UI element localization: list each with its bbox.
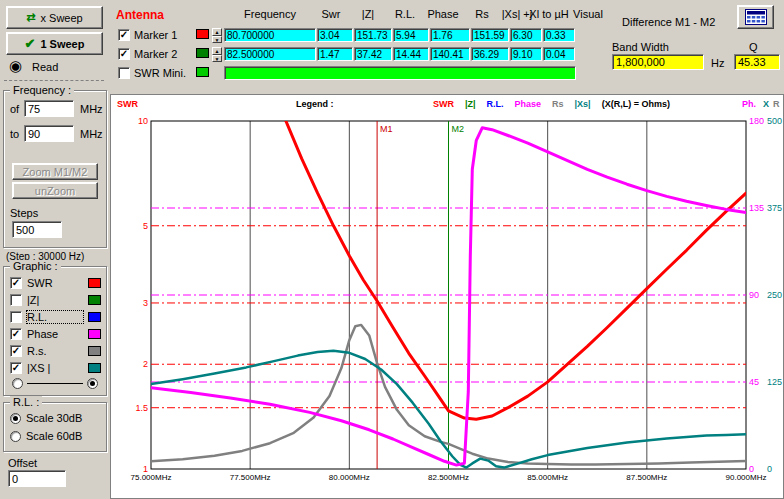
steps-input[interactable] [12, 221, 62, 238]
graphic-checkbox-1[interactable] [10, 294, 22, 306]
ohms-tick-375: 375 [767, 203, 782, 213]
swr-tick-2: 2 [143, 359, 148, 369]
graphic-checkbox-4[interactable]: ✓ [10, 345, 22, 357]
graphic-label-3: Phase [27, 328, 83, 340]
marker1-value-1: 3.04 [317, 28, 353, 42]
graphic-row-5: ✓|XS | [4, 359, 106, 376]
freq-tick-1: 77.500MHz [230, 473, 271, 482]
marker-label-M1: M1 [380, 124, 393, 134]
column-header-8: Visual [573, 8, 603, 20]
line-style-radio-left[interactable] [12, 378, 23, 389]
marker2-value-6: 9.10 [510, 47, 542, 61]
phase-axis-title: Ph. [742, 99, 756, 109]
line-style-divider [27, 383, 83, 384]
phase-tick-45: 45 [749, 377, 759, 387]
resistance-axis-title: R [773, 99, 780, 109]
zoom-m1m2-button[interactable]: Zoom M1/M2 [12, 163, 98, 180]
marker2-value-0: 82.500000 [224, 47, 316, 61]
rl-option-0: Scale 30dB [10, 409, 104, 427]
freq-to-label: to [10, 128, 19, 140]
read-indicator-icon[interactable]: ◉ [9, 58, 22, 73]
rl-scale-group: R.L. : Scale 30dBScale 60dB [3, 402, 107, 452]
graphic-group-title: Graphic : [10, 260, 61, 272]
offset-label: Offset [8, 457, 37, 469]
graphic-checkbox-0[interactable]: ✓ [10, 277, 22, 289]
marker1-values: 80.7000003.04151.735.941.76151.596.300.3… [224, 28, 576, 42]
rl-option-1: Scale 60dB [10, 427, 104, 445]
freq-tick-2: 80.000MHz [329, 473, 370, 482]
swr-mini-checkbox[interactable] [118, 67, 130, 79]
swr-tick-5: 5 [143, 221, 148, 231]
phase-tick-90: 90 [749, 290, 759, 300]
chart-panel: M1M2105321.5118013590450500375250125075.… [110, 94, 784, 499]
x-sweep-button[interactable]: ⇄ x Sweep [6, 6, 103, 29]
rl-scale-radio-1[interactable] [10, 431, 21, 442]
freq-tick-5: 87.500MHz [626, 473, 667, 482]
calculator-button[interactable] [737, 5, 774, 29]
freq-of-label: of [10, 103, 19, 115]
marker2-row: ✓Marker 2▲▼82.5000001.4737.4214.44140.41… [116, 46, 594, 63]
reactance-axis-title: X [763, 99, 769, 109]
marker1-color-swatch [196, 29, 209, 39]
line-style-row [12, 378, 98, 389]
marker1-checkbox[interactable]: ✓ [118, 29, 130, 41]
legend-note: (X(R,L) = Ohms) [602, 99, 670, 109]
column-header-1: Swr [322, 8, 341, 20]
column-header-4: Phase [427, 8, 458, 20]
rl-scale-label-1: Scale 60dB [26, 430, 82, 442]
antenna-title: Antenna [116, 8, 164, 22]
swr-mini-label: SWR Mini. [134, 67, 186, 79]
calculator-icon [745, 9, 767, 25]
steps-label: Steps [10, 207, 38, 219]
legend-item-2: R.L. [487, 99, 504, 109]
marker2-checkbox[interactable]: ✓ [118, 48, 130, 60]
legend-item-1: |Z| [465, 99, 476, 109]
graphic-checkbox-5[interactable]: ✓ [10, 362, 22, 374]
line-style-radio-right[interactable] [87, 378, 98, 389]
sweep-cycle-icon: ⇄ [26, 11, 35, 24]
marker1-value-3: 5.94 [393, 28, 429, 42]
graphic-row-2: R.L. [4, 308, 106, 325]
legend-item-5: |Xs| [575, 99, 591, 109]
graphic-row-3: ✓Phase [4, 325, 106, 342]
column-header-5: Rs [475, 8, 488, 20]
freq-start-input[interactable] [24, 100, 74, 117]
unzoom-button[interactable]: unZoom [12, 182, 98, 199]
legend-items: SWR|Z|R.L.PhaseRs|Xs|(X(R,L) = Ohms) [433, 99, 670, 109]
rl-scale-radio-0[interactable] [10, 413, 21, 424]
swr-tick-3: 3 [143, 298, 148, 308]
curve-color-swatch [88, 312, 101, 322]
graphic-checkbox-3[interactable]: ✓ [10, 328, 22, 340]
freq-end-input[interactable] [24, 125, 74, 142]
ohms-tick-125: 125 [767, 377, 782, 387]
curve-color-swatch [88, 363, 101, 373]
marker2-value-3: 14.44 [393, 47, 429, 61]
column-header-2: |Z| [362, 8, 374, 20]
marker2-value-2: 37.42 [354, 47, 392, 61]
marker-label-M2: M2 [452, 124, 465, 134]
bandwidth-value: 1,800,000 [612, 54, 704, 70]
curve-color-swatch [88, 346, 101, 356]
graphic-row-4: ✓R.s. [4, 342, 106, 359]
marker1-value-4: 1.76 [430, 28, 470, 42]
graphic-label-2: R.L. [27, 311, 83, 323]
phase-tick-180: 180 [749, 116, 764, 126]
freq-tick-6: 90.000MHz [726, 473, 767, 482]
marker2-color-swatch [196, 48, 209, 58]
sidebar-separator [4, 80, 104, 81]
difference-label: Difference M1 - M2 [622, 16, 715, 28]
freq-to-unit: MHz [80, 128, 103, 140]
swr-axis-title: SWR [117, 99, 138, 109]
marker1-value-5: 151.59 [471, 28, 509, 42]
one-sweep-button[interactable]: ✔ 1 Sweep [6, 32, 103, 55]
offset-input[interactable] [8, 470, 66, 487]
graphic-label-5: |XS | [27, 362, 83, 374]
graphic-checkbox-2[interactable] [10, 311, 22, 323]
rl-scale-label-0: Scale 30dB [26, 412, 82, 424]
marker1-row: ✓Marker 1▲▼80.7000003.04151.735.941.7615… [116, 27, 594, 44]
marker1-value-0: 80.700000 [224, 28, 316, 42]
ohms-tick-500: 500 [767, 116, 782, 126]
curve-color-swatch [88, 295, 101, 305]
marker1-spinner[interactable]: ▲▼ [212, 28, 222, 43]
marker2-spinner[interactable]: ▲▼ [212, 47, 222, 62]
